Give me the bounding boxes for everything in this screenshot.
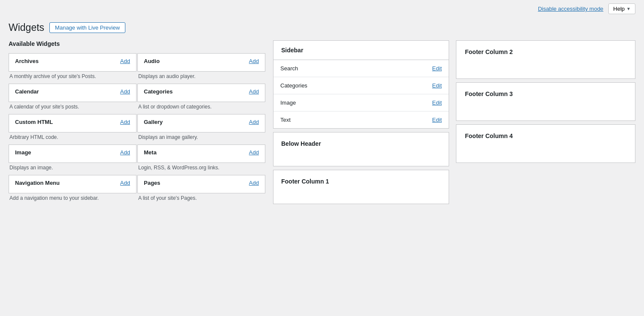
footer-column4-area: Footer Column 4 (456, 124, 635, 163)
page-header: Widgets Manage with Live Preview (0, 18, 644, 40)
sidebar-widget-name: Image (280, 99, 296, 106)
widget-name: Gallery (144, 119, 163, 125)
widget-item-header: Pages Add (144, 180, 259, 186)
widget-item: Image Add (9, 144, 137, 163)
help-label: Help (613, 6, 625, 12)
footer-column4-title: Footer Column 4 (465, 132, 513, 139)
help-chevron-icon: ▼ (626, 6, 631, 11)
footer-column3-title: Footer Column 3 (465, 90, 513, 97)
footer-column1-area: Footer Column 1 (273, 170, 449, 204)
widget-item-header: Image Add (15, 149, 130, 156)
widget-description: Displays an audio player. (137, 72, 266, 84)
widget-item: Custom HTML Add (9, 114, 137, 132)
widget-add-link[interactable]: Add (249, 58, 259, 64)
widget-description: Login, RSS, & WordPress.org links. (137, 164, 266, 175)
main-content: Available Widgets Archives Add A monthly… (0, 40, 644, 214)
widget-add-link[interactable]: Add (120, 119, 130, 125)
widget-cell: Calendar Add A calendar of your site's p… (9, 84, 137, 114)
widget-cell: Pages Add A list of your site's Pages. (137, 175, 266, 205)
widget-areas: Sidebar Search Edit Categories Edit Imag… (273, 40, 635, 204)
widget-description: Arbitrary HTML code. (9, 133, 137, 144)
widget-cell: Archives Add A monthly archive of your s… (9, 53, 137, 84)
sidebar-widget-row: Text Edit (273, 111, 449, 128)
footer-columns-right: Footer Column 2 Footer Column 3 Footer C… (456, 40, 635, 163)
footer-column2-title: Footer Column 2 (465, 48, 513, 55)
widget-name: Meta (144, 149, 157, 156)
widget-description: A list or dropdown of categories. (137, 103, 266, 114)
widget-item-header: Meta Add (144, 149, 259, 156)
widget-cell: Meta Add Login, RSS, & WordPress.org lin… (137, 144, 266, 175)
footer-column2-area: Footer Column 2 (456, 40, 635, 79)
widget-add-link[interactable]: Add (249, 88, 259, 95)
sidebar-column: Sidebar Search Edit Categories Edit Imag… (273, 40, 449, 204)
top-bar: Disable accessibility mode Help ▼ (0, 0, 644, 18)
widget-item: Pages Add (137, 175, 265, 193)
help-button[interactable]: Help ▼ (608, 3, 635, 14)
widget-name: Calendar (15, 88, 39, 95)
below-header-area: Below Header (273, 132, 449, 166)
widget-item-header: Gallery Add (144, 119, 259, 125)
widget-description: Displays an image. (9, 164, 137, 175)
widget-add-link[interactable]: Add (120, 58, 130, 64)
widget-cell: Navigation Menu Add Add a navigation men… (9, 175, 137, 205)
widget-item: Archives Add (9, 53, 137, 72)
sidebar-area: Sidebar Search Edit Categories Edit Imag… (273, 40, 449, 129)
available-widgets-panel: Available Widgets Archives Add A monthly… (9, 40, 266, 205)
widget-name: Pages (144, 180, 160, 186)
sidebar-widget-name: Search (280, 65, 298, 72)
widget-item-header: Custom HTML Add (15, 119, 130, 125)
widget-description: A calendar of your site's posts. (9, 103, 137, 114)
sidebar-widget-edit-link[interactable]: Edit (432, 117, 442, 123)
widget-grid: Archives Add A monthly archive of your s… (9, 53, 266, 205)
widget-item: Gallery Add (137, 114, 265, 132)
widget-name: Categories (144, 88, 173, 95)
widget-item: Calendar Add (9, 84, 137, 102)
widget-item-header: Calendar Add (15, 88, 130, 95)
widget-cell: Gallery Add Displays an image gallery. (137, 114, 266, 144)
disable-accessibility-link[interactable]: Disable accessibility mode (538, 6, 603, 12)
sidebar-widget-edit-link[interactable]: Edit (432, 65, 442, 72)
live-preview-button[interactable]: Manage with Live Preview (49, 22, 125, 33)
widget-item: Navigation Menu Add (9, 175, 137, 193)
widget-description: Displays an image gallery. (137, 133, 266, 144)
widget-description: A monthly archive of your site's Posts. (9, 72, 137, 84)
footer-column1-title: Footer Column 1 (281, 178, 329, 185)
available-widgets-title: Available Widgets (9, 40, 266, 47)
widget-name: Audio (144, 58, 160, 64)
widget-name: Custom HTML (15, 119, 53, 125)
sidebar-title: Sidebar (281, 47, 303, 54)
below-header-title: Below Header (281, 140, 321, 147)
widget-add-link[interactable]: Add (120, 88, 130, 95)
sidebar-widget-edit-link[interactable]: Edit (432, 99, 442, 106)
widget-cell: Categories Add A list or dropdown of cat… (137, 84, 266, 114)
widget-item-header: Categories Add (144, 88, 259, 95)
widget-item-header: Audio Add (144, 58, 259, 64)
widget-add-link[interactable]: Add (249, 119, 259, 125)
widget-item: Categories Add (137, 84, 265, 102)
widget-item-header: Navigation Menu Add (15, 180, 130, 186)
sidebar-widget-name: Text (280, 117, 291, 123)
widget-item-header: Archives Add (15, 58, 130, 64)
widget-item: Meta Add (137, 144, 265, 163)
sidebar-widget-row: Image Edit (273, 94, 449, 111)
widget-add-link[interactable]: Add (120, 180, 130, 186)
sidebar-widget-edit-link[interactable]: Edit (432, 82, 442, 89)
widget-cell: Audio Add Displays an audio player. (137, 53, 266, 84)
widget-description: Add a navigation menu to your sidebar. (9, 194, 137, 205)
widget-name: Archives (15, 58, 39, 64)
widget-add-link[interactable]: Add (249, 149, 259, 156)
widget-add-link[interactable]: Add (249, 180, 259, 186)
page-title: Widgets (9, 22, 44, 33)
widget-cell: Image Add Displays an image. (9, 144, 137, 175)
sidebar-widget-row: Categories Edit (273, 77, 449, 94)
widget-add-link[interactable]: Add (120, 149, 130, 156)
footer-column3-area: Footer Column 3 (456, 82, 635, 121)
sidebar-widget-row: Search Edit (273, 60, 449, 77)
widget-name: Image (15, 149, 31, 156)
widget-cell: Custom HTML Add Arbitrary HTML code. (9, 114, 137, 144)
widget-name: Navigation Menu (15, 180, 60, 186)
widget-description: A list of your site's Pages. (137, 194, 266, 205)
widget-item: Audio Add (137, 53, 265, 72)
sidebar-widgets-list: Search Edit Categories Edit Image Edit T… (273, 60, 449, 128)
sidebar-widget-name: Categories (280, 82, 307, 89)
